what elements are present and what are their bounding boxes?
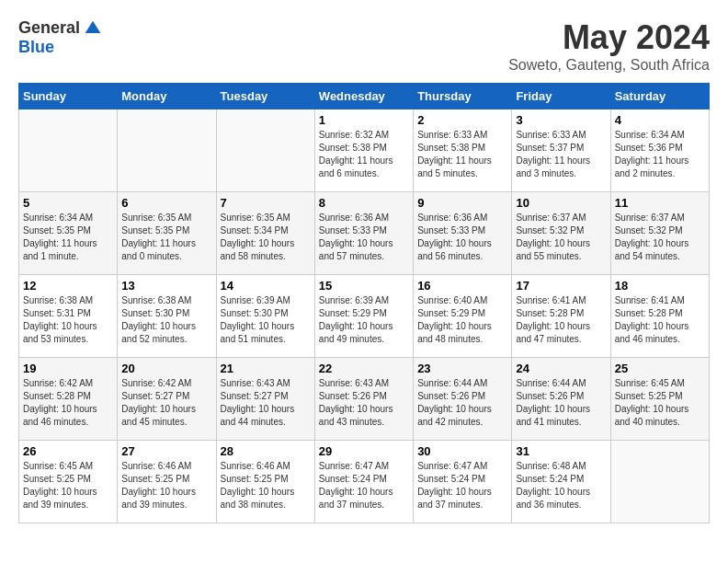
day-cell: 25Sunrise: 6:45 AM Sunset: 5:25 PM Dayli… (610, 358, 709, 441)
day-info: Sunrise: 6:44 AM Sunset: 5:26 PM Dayligh… (516, 377, 606, 429)
day-number: 25 (615, 362, 705, 375)
day-cell: 15Sunrise: 6:39 AM Sunset: 5:29 PM Dayli… (314, 275, 413, 358)
day-info: Sunrise: 6:42 AM Sunset: 5:28 PM Dayligh… (23, 377, 113, 429)
day-cell: 12Sunrise: 6:38 AM Sunset: 5:31 PM Dayli… (19, 275, 118, 358)
day-number: 20 (121, 362, 211, 375)
day-info: Sunrise: 6:44 AM Sunset: 5:26 PM Dayligh… (417, 377, 507, 429)
day-cell: 6Sunrise: 6:35 AM Sunset: 5:35 PM Daylig… (118, 192, 216, 275)
day-cell (610, 441, 709, 523)
day-cell: 18Sunrise: 6:41 AM Sunset: 5:28 PM Dayli… (610, 275, 709, 358)
day-cell: 16Sunrise: 6:40 AM Sunset: 5:29 PM Dayli… (414, 275, 512, 358)
day-cell (216, 109, 314, 192)
day-cell: 31Sunrise: 6:48 AM Sunset: 5:24 PM Dayli… (512, 441, 610, 523)
day-number: 14 (221, 279, 311, 293)
day-number: 13 (121, 279, 211, 293)
day-header-tuesday: Tuesday (216, 84, 314, 109)
month-title: May 2024 (508, 18, 710, 57)
logo-icon (84, 19, 102, 38)
day-info: Sunrise: 6:38 AM Sunset: 5:30 PM Dayligh… (121, 294, 211, 346)
day-info: Sunrise: 6:38 AM Sunset: 5:31 PM Dayligh… (23, 294, 113, 346)
day-number: 21 (221, 362, 311, 375)
day-number: 3 (516, 113, 606, 127)
day-cell: 4Sunrise: 6:34 AM Sunset: 5:36 PM Daylig… (610, 109, 709, 192)
day-info: Sunrise: 6:43 AM Sunset: 5:26 PM Dayligh… (319, 377, 409, 429)
day-info: Sunrise: 6:39 AM Sunset: 5:29 PM Dayligh… (319, 294, 409, 346)
day-header-thursday: Thursday (414, 84, 512, 109)
day-info: Sunrise: 6:46 AM Sunset: 5:25 PM Dayligh… (121, 460, 211, 511)
day-cell: 14Sunrise: 6:39 AM Sunset: 5:30 PM Dayli… (216, 275, 314, 358)
day-number: 28 (221, 444, 311, 458)
day-header-monday: Monday (118, 84, 216, 109)
day-number: 27 (121, 444, 211, 458)
day-cell: 9Sunrise: 6:36 AM Sunset: 5:33 PM Daylig… (414, 192, 512, 275)
week-row-2: 5Sunrise: 6:34 AM Sunset: 5:35 PM Daylig… (19, 192, 710, 275)
day-cell: 22Sunrise: 6:43 AM Sunset: 5:26 PM Dayli… (314, 358, 413, 441)
day-number: 6 (121, 196, 211, 210)
title-area: May 2024 Soweto, Gauteng, South Africa (508, 18, 710, 74)
day-number: 24 (516, 362, 606, 375)
day-cell: 27Sunrise: 6:46 AM Sunset: 5:25 PM Dayli… (118, 441, 216, 523)
header-row: SundayMondayTuesdayWednesdayThursdayFrid… (19, 84, 710, 109)
day-number: 8 (319, 196, 409, 210)
page-header: General Blue May 2024 Soweto, Gauteng, S… (18, 18, 710, 74)
day-info: Sunrise: 6:40 AM Sunset: 5:29 PM Dayligh… (417, 294, 507, 346)
day-number: 22 (319, 362, 409, 375)
day-cell (118, 109, 216, 192)
day-info: Sunrise: 6:41 AM Sunset: 5:28 PM Dayligh… (615, 294, 705, 346)
svg-marker-0 (85, 20, 101, 32)
day-cell: 5Sunrise: 6:34 AM Sunset: 5:35 PM Daylig… (19, 192, 118, 275)
day-cell: 28Sunrise: 6:46 AM Sunset: 5:25 PM Dayli… (216, 441, 314, 523)
day-info: Sunrise: 6:35 AM Sunset: 5:35 PM Dayligh… (121, 212, 211, 263)
day-number: 30 (417, 444, 507, 458)
day-number: 1 (319, 113, 409, 127)
day-number: 29 (319, 444, 409, 458)
day-cell: 21Sunrise: 6:43 AM Sunset: 5:27 PM Dayli… (216, 358, 314, 441)
day-info: Sunrise: 6:43 AM Sunset: 5:27 PM Dayligh… (221, 377, 311, 429)
day-cell: 20Sunrise: 6:42 AM Sunset: 5:27 PM Dayli… (118, 358, 216, 441)
day-info: Sunrise: 6:33 AM Sunset: 5:38 PM Dayligh… (417, 129, 507, 180)
day-number: 31 (516, 444, 606, 458)
day-number: 23 (417, 362, 507, 375)
day-header-saturday: Saturday (610, 84, 709, 109)
day-number: 18 (615, 279, 705, 293)
day-number: 15 (319, 279, 409, 293)
day-number: 17 (516, 279, 606, 293)
day-number: 12 (23, 279, 113, 293)
day-info: Sunrise: 6:45 AM Sunset: 5:25 PM Dayligh… (615, 377, 705, 429)
day-header-sunday: Sunday (19, 84, 118, 109)
day-info: Sunrise: 6:45 AM Sunset: 5:25 PM Dayligh… (23, 460, 113, 511)
day-info: Sunrise: 6:35 AM Sunset: 5:34 PM Dayligh… (221, 212, 311, 263)
week-row-3: 12Sunrise: 6:38 AM Sunset: 5:31 PM Dayli… (19, 275, 710, 358)
day-cell: 30Sunrise: 6:47 AM Sunset: 5:24 PM Dayli… (414, 441, 512, 523)
day-cell: 24Sunrise: 6:44 AM Sunset: 5:26 PM Dayli… (512, 358, 610, 441)
day-info: Sunrise: 6:46 AM Sunset: 5:25 PM Dayligh… (221, 460, 311, 511)
week-row-1: 1Sunrise: 6:32 AM Sunset: 5:38 PM Daylig… (19, 109, 710, 192)
day-header-wednesday: Wednesday (314, 84, 413, 109)
day-info: Sunrise: 6:47 AM Sunset: 5:24 PM Dayligh… (417, 460, 507, 511)
day-number: 5 (23, 196, 113, 210)
day-cell: 7Sunrise: 6:35 AM Sunset: 5:34 PM Daylig… (216, 192, 314, 275)
day-info: Sunrise: 6:34 AM Sunset: 5:36 PM Dayligh… (615, 129, 705, 180)
day-cell: 2Sunrise: 6:33 AM Sunset: 5:38 PM Daylig… (414, 109, 512, 192)
calendar-table: SundayMondayTuesdayWednesdayThursdayFrid… (18, 83, 710, 523)
day-number: 9 (417, 196, 507, 210)
day-number: 19 (23, 362, 113, 375)
day-cell: 26Sunrise: 6:45 AM Sunset: 5:25 PM Dayli… (19, 441, 118, 523)
day-info: Sunrise: 6:47 AM Sunset: 5:24 PM Dayligh… (319, 460, 409, 511)
day-number: 2 (417, 113, 507, 127)
day-cell: 1Sunrise: 6:32 AM Sunset: 5:38 PM Daylig… (314, 109, 413, 192)
day-cell: 13Sunrise: 6:38 AM Sunset: 5:30 PM Dayli… (118, 275, 216, 358)
day-header-friday: Friday (512, 84, 610, 109)
day-cell (19, 109, 118, 192)
location: Soweto, Gauteng, South Africa (508, 57, 710, 74)
day-info: Sunrise: 6:37 AM Sunset: 5:32 PM Dayligh… (516, 212, 606, 263)
day-cell: 10Sunrise: 6:37 AM Sunset: 5:32 PM Dayli… (512, 192, 610, 275)
day-info: Sunrise: 6:33 AM Sunset: 5:37 PM Dayligh… (516, 129, 606, 180)
day-number: 7 (221, 196, 311, 210)
day-number: 10 (516, 196, 606, 210)
day-info: Sunrise: 6:34 AM Sunset: 5:35 PM Dayligh… (23, 212, 113, 263)
day-info: Sunrise: 6:32 AM Sunset: 5:38 PM Dayligh… (319, 129, 409, 180)
day-cell: 8Sunrise: 6:36 AM Sunset: 5:33 PM Daylig… (314, 192, 413, 275)
day-info: Sunrise: 6:41 AM Sunset: 5:28 PM Dayligh… (516, 294, 606, 346)
day-info: Sunrise: 6:36 AM Sunset: 5:33 PM Dayligh… (319, 212, 409, 263)
